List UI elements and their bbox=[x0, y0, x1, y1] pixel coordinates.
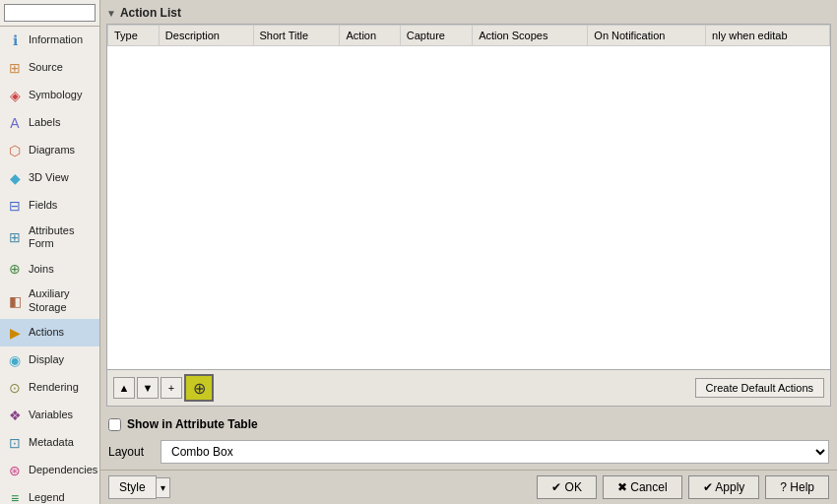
help-button[interactable]: ? Help bbox=[765, 475, 829, 499]
action-list-section: ▼ Action List TypeDescriptionShort Title… bbox=[100, 0, 837, 412]
sidebar-label-labels: Labels bbox=[29, 116, 60, 129]
style-dropdown-button[interactable]: ▾ bbox=[157, 477, 170, 498]
sidebar-label-variables: Variables bbox=[29, 409, 73, 421]
sidebar-label-fields: Fields bbox=[29, 199, 57, 212]
sidebar-label-symbology: Symbology bbox=[29, 89, 82, 101]
sidebar-icon-joins: ⊕ bbox=[6, 260, 24, 278]
create-default-actions-button[interactable]: Create Default Actions bbox=[695, 378, 824, 398]
ok-button[interactable]: ✔ OK bbox=[537, 475, 597, 499]
sidebar-item-actions[interactable]: ▶ Actions bbox=[0, 319, 99, 346]
sidebar-item-attributesform[interactable]: ⊞ Attributes Form bbox=[0, 220, 99, 255]
sidebar-icon-symbology: ◈ bbox=[6, 87, 24, 104]
sidebar-icon-fields: ⊟ bbox=[6, 197, 24, 215]
sidebar-item-auxiliarystorage[interactable]: ◧ Auxiliary Storage bbox=[0, 283, 99, 318]
style-button[interactable]: Style bbox=[108, 475, 157, 499]
table-col-capture: Capture bbox=[400, 26, 472, 46]
sidebar-label-joins: Joins bbox=[29, 263, 54, 276]
move-down-button[interactable]: ▼ bbox=[137, 377, 159, 399]
section-header: ▼ Action List bbox=[106, 6, 831, 20]
sidebar-item-variables[interactable]: ❖ Variables bbox=[0, 402, 99, 429]
sidebar-item-display[interactable]: ◉ Display bbox=[0, 346, 99, 374]
sidebar-icon-source: ⊞ bbox=[6, 59, 24, 77]
bottom-actions: ✔ OK ✖ Cancel ✔ Apply ? Help bbox=[537, 475, 829, 499]
sidebar-label-legend: Legend bbox=[29, 491, 65, 504]
sidebar-item-joins[interactable]: ⊕ Joins bbox=[0, 255, 99, 283]
sidebar-items: ℹ Information ⊞ Source ◈ Symbology A Lab… bbox=[0, 27, 99, 504]
search-input[interactable] bbox=[4, 4, 96, 22]
sidebar-icon-legend: ≡ bbox=[6, 489, 24, 504]
sidebar-icon-rendering: ⊙ bbox=[6, 379, 24, 397]
sidebar-label-source: Source bbox=[29, 61, 63, 74]
sidebar-icon-diagrams: ⬡ bbox=[6, 142, 24, 159]
table-col-on-notification: On Notification bbox=[588, 26, 706, 46]
sidebar-item-legend[interactable]: ≡ Legend bbox=[0, 484, 99, 504]
table-toolbar: ▲ ▼ + ⊕ Create Default Actions bbox=[106, 370, 831, 407]
bottom-bar: Style ▾ ✔ OK ✖ Cancel ✔ Apply ? Help bbox=[100, 470, 837, 504]
sidebar-item-3dview[interactable]: ◆ 3D View bbox=[0, 164, 99, 192]
move-up-button[interactable]: ▲ bbox=[113, 377, 135, 399]
sidebar-label-attributesform: Attributes Form bbox=[29, 224, 94, 250]
layout-combo[interactable]: Combo BoxListTable bbox=[161, 440, 829, 464]
content-area: ▼ Action List TypeDescriptionShort Title… bbox=[100, 0, 837, 504]
sidebar-icon-display: ◉ bbox=[6, 351, 24, 369]
sidebar-label-information: Information bbox=[29, 33, 83, 46]
layout-row: Layout Combo BoxListTable bbox=[100, 436, 837, 470]
table-col-short-title: Short Title bbox=[253, 26, 340, 46]
table-col-type: Type bbox=[108, 26, 160, 46]
move-icon: ⊕ bbox=[193, 379, 206, 398]
table-col-action: Action bbox=[340, 26, 400, 46]
action-list-title: Action List bbox=[120, 6, 181, 20]
move-action-button[interactable]: ⊕ bbox=[184, 374, 214, 402]
search-box[interactable] bbox=[0, 0, 99, 27]
sidebar-label-diagrams: Diagrams bbox=[29, 144, 75, 157]
combo-wrapper: Combo BoxListTable bbox=[161, 440, 829, 464]
sidebar-item-metadata[interactable]: ⊡ Metadata bbox=[0, 429, 99, 457]
add-button[interactable]: + bbox=[161, 377, 182, 399]
table-col-description: Description bbox=[159, 26, 253, 46]
collapse-arrow-icon[interactable]: ▼ bbox=[106, 8, 116, 19]
sidebar-icon-actions: ▶ bbox=[6, 324, 24, 342]
sidebar-label-actions: Actions bbox=[29, 326, 64, 339]
sidebar-icon-dependencies: ⊛ bbox=[6, 462, 24, 479]
sidebar-item-labels[interactable]: A Labels bbox=[0, 109, 99, 137]
sidebar-item-source[interactable]: ⊞ Source bbox=[0, 54, 99, 82]
sidebar-item-symbology[interactable]: ◈ Symbology bbox=[0, 82, 99, 109]
sidebar-item-fields[interactable]: ⊟ Fields bbox=[0, 192, 99, 220]
sidebar-label-rendering: Rendering bbox=[29, 381, 79, 394]
apply-button[interactable]: ✔ Apply bbox=[688, 475, 760, 499]
sidebar-label-3dview: 3D View bbox=[29, 171, 69, 184]
sidebar-label-dependencies: Dependencies bbox=[29, 464, 97, 476]
table-col-action-scopes: Action Scopes bbox=[473, 26, 588, 46]
sidebar: ℹ Information ⊞ Source ◈ Symbology A Lab… bbox=[0, 0, 100, 504]
table-header-row: TypeDescriptionShort TitleActionCaptureA… bbox=[108, 26, 830, 46]
sidebar-icon-attributesform: ⊞ bbox=[6, 228, 24, 246]
layout-label: Layout bbox=[108, 445, 153, 459]
sidebar-icon-metadata: ⊡ bbox=[6, 434, 24, 452]
sidebar-icon-3dview: ◆ bbox=[6, 169, 24, 187]
table-col-nly-when-editab: nly when editab bbox=[706, 26, 830, 46]
sidebar-label-display: Display bbox=[29, 353, 64, 366]
sidebar-icon-information: ℹ bbox=[6, 32, 24, 49]
sidebar-label-auxiliarystorage: Auxiliary Storage bbox=[29, 287, 94, 313]
show-in-attr-checkbox[interactable] bbox=[108, 418, 121, 431]
cancel-button[interactable]: ✖ Cancel bbox=[603, 475, 682, 499]
main-layout: ℹ Information ⊞ Source ◈ Symbology A Lab… bbox=[0, 0, 837, 504]
sidebar-item-rendering[interactable]: ⊙ Rendering bbox=[0, 374, 99, 402]
sidebar-icon-labels: A bbox=[6, 114, 24, 132]
sidebar-label-metadata: Metadata bbox=[29, 436, 74, 449]
sidebar-item-diagrams[interactable]: ⬡ Diagrams bbox=[0, 137, 99, 164]
sidebar-item-dependencies[interactable]: ⊛ Dependencies bbox=[0, 457, 99, 484]
sidebar-icon-variables: ❖ bbox=[6, 407, 24, 424]
action-list-table: TypeDescriptionShort TitleActionCaptureA… bbox=[107, 25, 830, 46]
sidebar-icon-auxiliarystorage: ◧ bbox=[6, 292, 24, 310]
sidebar-item-information[interactable]: ℹ Information bbox=[0, 27, 99, 54]
show-in-attr-label: Show in Attribute Table bbox=[127, 417, 258, 431]
style-btn-group: Style ▾ bbox=[108, 475, 170, 499]
show-in-attr-row: Show in Attribute Table bbox=[100, 412, 837, 436]
action-list-table-container: TypeDescriptionShort TitleActionCaptureA… bbox=[106, 24, 831, 370]
